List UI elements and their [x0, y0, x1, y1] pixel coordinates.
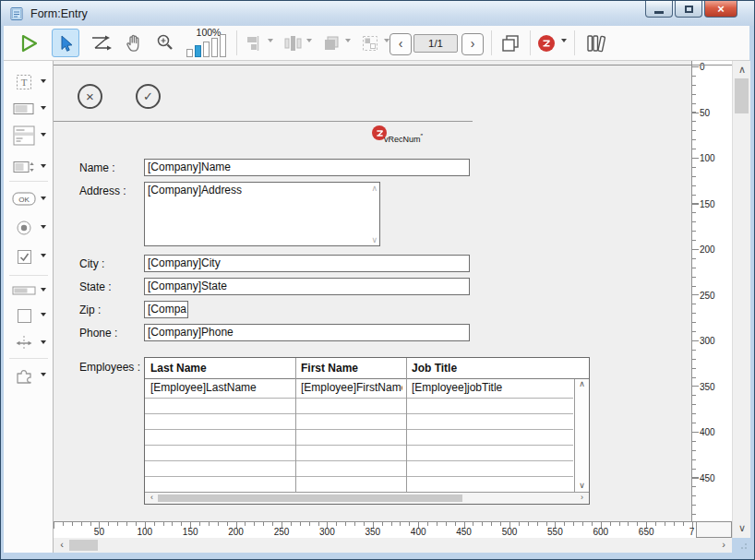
scroll-left-icon[interactable]: ‹ — [146, 493, 158, 504]
table-vertical-scrollbar[interactable]: ∧ ∨ — [574, 379, 589, 492]
scrollbar-thumb[interactable] — [735, 78, 749, 113]
column-divider[interactable] — [406, 358, 407, 492]
close-button[interactable]: × — [704, 1, 737, 18]
distribute-button[interactable] — [281, 29, 305, 57]
combo-box-tool-button[interactable] — [9, 156, 52, 178]
previous-page-button[interactable]: ‹ — [389, 33, 412, 55]
button-tool-button[interactable]: OK — [9, 188, 52, 210]
check-box-tool-button[interactable] — [9, 245, 52, 268]
align-dropdown[interactable] — [268, 39, 273, 45]
titlebar[interactable]: Form:Entry × — [1, 1, 754, 26]
library-button[interactable] — [581, 29, 613, 57]
scroll-up-icon[interactable]: ∧ — [576, 379, 588, 390]
h-ruler-label: 300 — [319, 527, 335, 537]
plugin-area-tool-button[interactable] — [9, 364, 52, 387]
h-ruler-label: 550 — [547, 527, 563, 537]
group-button[interactable] — [358, 29, 382, 57]
dynamic-object-dropdown[interactable] — [561, 39, 567, 45]
column-header-first-name[interactable]: First Name — [301, 362, 402, 375]
button-tool-dropdown[interactable] — [41, 197, 46, 203]
v-ruler-label: 200 — [700, 245, 715, 255]
table-horizontal-scrollbar[interactable]: ‹ › — [145, 492, 589, 504]
hand-tool-button[interactable] — [120, 29, 148, 57]
employees-list-box-object[interactable]: Last Name First Name Job Title [Employee… — [144, 357, 590, 505]
scroll-up-icon[interactable]: ∧ — [735, 63, 749, 77]
scroll-down-icon[interactable]: ∨ — [576, 481, 588, 492]
align-button[interactable] — [242, 29, 266, 57]
scroll-right-icon[interactable]: › — [576, 493, 588, 504]
address-field-object[interactable]: [Company]Address ∧ ∨ — [144, 182, 380, 246]
splitter-tool-dropdown[interactable] — [41, 340, 46, 347]
name-label: Name : — [79, 161, 115, 174]
column-divider[interactable] — [295, 358, 296, 492]
zoom-bar-4[interactable] — [211, 38, 218, 57]
resize-grip[interactable] — [732, 538, 750, 553]
h-ruler-label: 50 — [94, 527, 104, 537]
state-field-object[interactable]: [Company]State — [144, 278, 470, 295]
column-header-job-title[interactable]: Job Title — [412, 362, 569, 375]
svg-text:T: T — [21, 77, 28, 88]
progress-indicator-tool-button[interactable] — [9, 280, 52, 302]
form-icon — [9, 6, 24, 21]
list-box-tool-button[interactable] — [9, 125, 52, 147]
combo-box-tool-dropdown[interactable] — [41, 164, 46, 171]
name-field-object[interactable]: [Company]Name — [144, 159, 470, 176]
scroll-up-icon[interactable]: ∧ — [371, 184, 378, 193]
splitter-tool-button[interactable] — [9, 332, 52, 354]
pages-icon — [500, 33, 521, 54]
text-tool-dropdown[interactable] — [41, 79, 46, 86]
run-form-button[interactable] — [15, 29, 42, 57]
form-pages-button[interactable] — [497, 29, 524, 57]
combo-box-tool-icon — [9, 161, 39, 173]
text-tool-button[interactable]: T — [9, 71, 52, 93]
selection-tool-button[interactable] — [52, 29, 79, 57]
zip-field-object[interactable]: [Compa — [144, 301, 188, 318]
column-header-last-name[interactable]: Last Name — [150, 362, 291, 375]
scroll-right-icon[interactable]: › — [716, 538, 731, 553]
run-icon — [18, 32, 40, 54]
dynamic-object-button[interactable] — [535, 29, 557, 57]
recnum-variable-object[interactable]: vRecNum″ — [372, 125, 423, 144]
ruler-corner — [696, 521, 732, 538]
layer-button[interactable] — [319, 29, 343, 57]
city-field-object[interactable]: [Company]City — [144, 255, 470, 272]
maximize-icon — [685, 6, 693, 13]
plugin-area-tool-dropdown[interactable] — [41, 373, 46, 379]
distribute-dropdown[interactable] — [306, 39, 312, 45]
form-canvas[interactable]: × ✓ vRecNum″ Name : [Company]Name Addres… — [54, 61, 691, 521]
horizontal-scrollbar[interactable]: ‹ › — [54, 538, 732, 553]
accept-button-object[interactable]: ✓ — [136, 84, 161, 109]
previous-page-icon: ‹ — [399, 36, 403, 51]
zoom-bar-1[interactable] — [186, 49, 193, 57]
zoom-tool-button[interactable] — [151, 29, 179, 57]
entry-order-tool-button[interactable] — [87, 29, 114, 57]
phone-field-object[interactable]: [Company]Phone — [144, 324, 470, 341]
radio-button-tool-dropdown[interactable] — [41, 225, 46, 232]
minimize-button[interactable] — [645, 1, 673, 18]
field-tool-dropdown[interactable] — [41, 106, 46, 113]
layer-dropdown[interactable] — [345, 39, 351, 45]
radio-button-tool-button[interactable] — [9, 217, 52, 239]
scrollbar-thumb[interactable] — [69, 540, 98, 551]
zoom-bar-5[interactable] — [220, 34, 226, 57]
rectangle-tool-dropdown[interactable] — [41, 313, 46, 319]
scrollbar-thumb[interactable] — [158, 494, 462, 502]
vertical-scrollbar[interactable]: ∧ ∨ — [732, 61, 750, 538]
scroll-left-icon[interactable]: ‹ — [54, 538, 69, 553]
list-box-tool-dropdown[interactable] — [41, 133, 46, 139]
cancel-button-object[interactable]: × — [78, 84, 102, 109]
next-page-button[interactable]: › — [461, 33, 484, 55]
field-tool-button[interactable] — [9, 98, 52, 120]
scroll-down-icon[interactable]: ∨ — [735, 521, 749, 536]
check-box-tool-dropdown[interactable] — [41, 254, 46, 260]
zoom-bar-3[interactable] — [203, 42, 210, 57]
v-ruler-label: 400 — [700, 428, 715, 437]
zoom-level-widget[interactable]: 100% — [185, 27, 233, 60]
scroll-down-icon[interactable]: ∨ — [371, 235, 378, 244]
v-ruler-label: 300 — [700, 337, 715, 346]
maximize-button[interactable] — [675, 1, 702, 18]
rectangle-tool-button[interactable] — [9, 304, 52, 327]
progress-indicator-tool-dropdown[interactable] — [41, 288, 46, 294]
zoom-bar-2-active[interactable] — [195, 45, 201, 57]
progress-indicator-tool-icon — [9, 285, 39, 296]
